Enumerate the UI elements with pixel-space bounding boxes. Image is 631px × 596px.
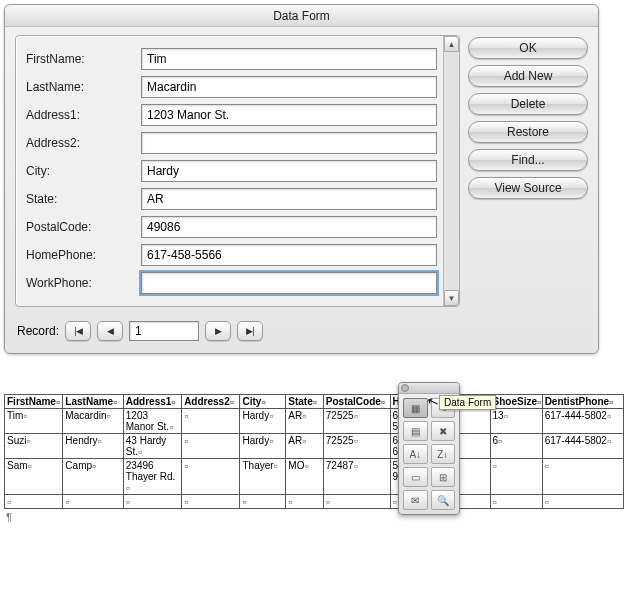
record-number-input[interactable] <box>129 321 199 341</box>
table-cell[interactable]: 13 <box>490 409 542 434</box>
input-postalcode[interactable] <box>141 216 437 238</box>
insert-row-icon[interactable]: ⊞ <box>431 467 456 487</box>
table-cell[interactable] <box>182 495 240 509</box>
prev-record-button[interactable]: ◀ <box>97 321 123 341</box>
input-workphone[interactable] <box>141 272 437 294</box>
input-address1[interactable] <box>141 104 437 126</box>
table-cell[interactable]: 1203 Manor St. <box>123 409 181 434</box>
table-cell[interactable]: Hardy <box>240 409 286 434</box>
table-cell[interactable] <box>240 495 286 509</box>
table-cell[interactable]: 617-444-5802 <box>542 434 623 459</box>
input-state[interactable] <box>141 188 437 210</box>
last-record-button[interactable]: ▶| <box>237 321 263 341</box>
find-button[interactable]: Find... <box>468 149 588 171</box>
scroll-track[interactable] <box>444 52 459 290</box>
ok-button[interactable]: OK <box>468 37 588 59</box>
table-cell[interactable] <box>490 495 542 509</box>
table-row[interactable]: TimMacardin1203 Manor St.HardyAR72525617… <box>5 409 624 434</box>
find-record-icon[interactable]: 🔍 <box>431 490 456 510</box>
table-cell[interactable] <box>5 495 63 509</box>
view-source-button[interactable]: View Source <box>468 177 588 199</box>
insert-field-icon[interactable]: ▭ <box>403 467 428 487</box>
table-cell[interactable]: Sam <box>5 459 63 495</box>
prev-record-icon: ◀ <box>107 326 113 336</box>
table-cell[interactable]: 72487 <box>323 459 390 495</box>
dialog-title: Data Form <box>273 9 330 23</box>
table-cell[interactable]: Thayer <box>240 459 286 495</box>
table-cell[interactable]: Hardy <box>240 434 286 459</box>
dialog-titlebar[interactable]: Data Form <box>5 5 598 27</box>
table-cell[interactable]: Hendry <box>63 434 123 459</box>
table-cell[interactable]: 617-444-5802 <box>542 409 623 434</box>
add-new-button[interactable]: Add New <box>468 65 588 87</box>
table-header-cell[interactable]: Address2 <box>182 395 240 409</box>
table-cell[interactable] <box>123 495 181 509</box>
restore-button[interactable]: Restore <box>468 121 588 143</box>
table-row[interactable]: SamCamp23496 Thayer Rd.ThayerMO72487512-… <box>5 459 624 495</box>
label-homephone: HomePhone: <box>26 248 141 262</box>
palette-titlebar[interactable] <box>399 383 459 394</box>
table-header-cell[interactable]: ShoeSize <box>490 395 542 409</box>
table-cell[interactable]: Macardin <box>63 409 123 434</box>
table-cell[interactable]: Suzi <box>5 434 63 459</box>
add-record-icon[interactable]: ▤ <box>403 421 428 441</box>
table-cell[interactable]: MO <box>286 459 324 495</box>
table-cell[interactable]: 72525 <box>323 434 390 459</box>
table-cell[interactable]: 6 <box>490 434 542 459</box>
scroll-up-arrow-icon[interactable]: ▲ <box>444 36 459 52</box>
table-header-cell[interactable]: LastName <box>63 395 123 409</box>
table-cell[interactable] <box>63 495 123 509</box>
table-cell[interactable] <box>542 459 623 495</box>
table-row[interactable] <box>5 495 624 509</box>
palette-close-button[interactable] <box>401 384 409 392</box>
table-cell[interactable]: 72525 <box>323 409 390 434</box>
label-state: State: <box>26 192 141 206</box>
table-cell[interactable] <box>182 434 240 459</box>
input-address2[interactable] <box>141 132 437 154</box>
delete-record-icon[interactable]: ✖ <box>431 421 456 441</box>
table-cell[interactable] <box>182 459 240 495</box>
input-city[interactable] <box>141 160 437 182</box>
label-lastname: LastName: <box>26 80 141 94</box>
table-cell[interactable] <box>323 495 390 509</box>
table-header-cell[interactable]: PostalCode <box>323 395 390 409</box>
table-cell[interactable]: 23496 Thayer Rd. <box>123 459 181 495</box>
sort-desc-icon[interactable]: Z↓ <box>431 444 456 464</box>
tooltip: Data Form <box>439 395 496 410</box>
form-panel: FirstName: LastName: Address1: Address2:… <box>15 35 460 307</box>
table-cell[interactable]: AR <box>286 434 324 459</box>
input-lastname[interactable] <box>141 76 437 98</box>
table-cell[interactable]: Tim <box>5 409 63 434</box>
label-address1: Address1: <box>26 108 141 122</box>
table-row[interactable]: SuziHendry43 Hardy St.HardyAR72525617-55… <box>5 434 624 459</box>
form-scrollbar[interactable]: ▲ ▼ <box>443 36 459 306</box>
table-header-cell[interactable]: Address1 <box>123 395 181 409</box>
next-record-button[interactable]: ▶ <box>205 321 231 341</box>
table-cell[interactable] <box>286 495 324 509</box>
record-label: Record: <box>17 324 59 338</box>
table-cell[interactable]: Camp <box>63 459 123 495</box>
record-navigator: Record: |◀ ◀ ▶ ▶| <box>5 315 598 353</box>
table-header-cell[interactable]: City <box>240 395 286 409</box>
data-table[interactable]: FirstNameLastNameAddress1Address2CitySta… <box>4 394 624 509</box>
table-cell[interactable] <box>182 409 240 434</box>
table-cell[interactable]: 43 Hardy St. <box>123 434 181 459</box>
scroll-down-arrow-icon[interactable]: ▼ <box>444 290 459 306</box>
table-header-cell[interactable]: FirstName <box>5 395 63 409</box>
sort-asc-icon[interactable]: A↓ <box>403 444 428 464</box>
input-homephone[interactable] <box>141 244 437 266</box>
database-toolbar-palette[interactable]: ↖ Data Form ▦✎▤✖A↓Z↓▭⊞✉🔍 <box>398 382 460 515</box>
label-workphone: WorkPhone: <box>26 276 141 290</box>
form-icon[interactable]: ▦ <box>403 398 428 418</box>
delete-button[interactable]: Delete <box>468 93 588 115</box>
first-record-button[interactable]: |◀ <box>65 321 91 341</box>
paragraph-mark: ¶ <box>6 511 625 523</box>
label-address2: Address2: <box>26 136 141 150</box>
mailmerge-icon[interactable]: ✉ <box>403 490 428 510</box>
table-header-cell[interactable]: DentistPhone <box>542 395 623 409</box>
table-cell[interactable]: AR <box>286 409 324 434</box>
input-firstname[interactable] <box>141 48 437 70</box>
table-cell[interactable] <box>490 459 542 495</box>
table-header-cell[interactable]: State <box>286 395 324 409</box>
table-cell[interactable] <box>542 495 623 509</box>
